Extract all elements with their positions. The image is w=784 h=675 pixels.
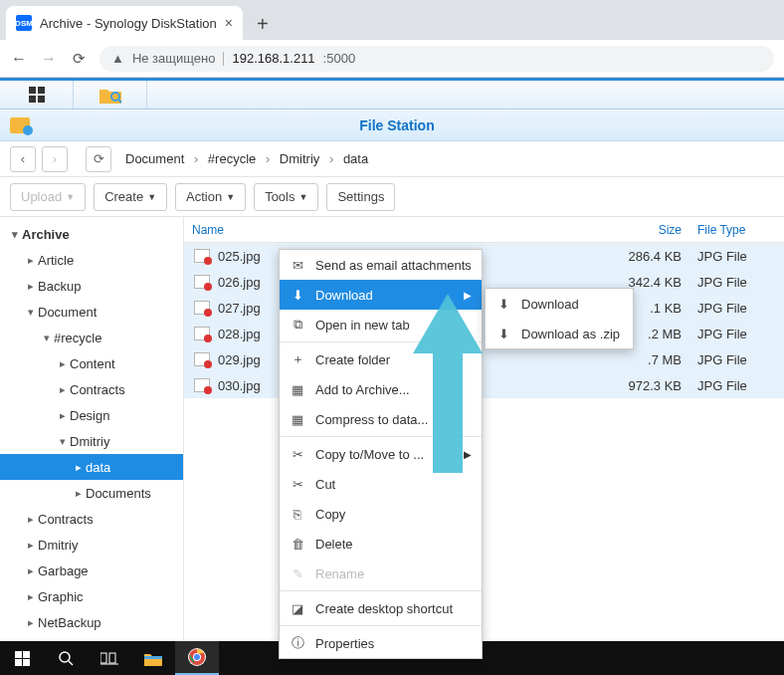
tree-node[interactable]: ▸Contracts (0, 376, 183, 402)
tree-node[interactable]: ▸Article (0, 247, 183, 273)
menu-item-icon: ⬇ (290, 288, 305, 303)
file-type: JPG File (689, 301, 784, 316)
settings-button[interactable]: Settings (326, 183, 395, 211)
crumb-1[interactable]: #recycle (208, 151, 256, 166)
menu-item[interactable]: ⎘Copy (280, 499, 482, 529)
search-icon (58, 650, 74, 666)
tree-node[interactable]: ▸Documents (0, 480, 183, 506)
menu-item-label: Rename (315, 566, 472, 581)
chevron-down-icon[interactable]: ▾ (8, 228, 22, 241)
tree-node[interactable]: ▸Content (0, 350, 183, 376)
browser-toolbar: ← → ⟳ ▲ Не защищено 192.168.1.211:5000 (0, 40, 784, 78)
tree-node[interactable]: ▾Document (0, 299, 183, 325)
menu-item[interactable]: ◪Create desktop shortcut (280, 593, 482, 623)
download-submenu[interactable]: ⬇Download⬇Download as .zip (485, 288, 634, 349)
action-button[interactable]: Action▼ (175, 183, 246, 211)
chevron-right-icon[interactable]: ▸ (24, 616, 38, 629)
col-size[interactable]: Size (600, 223, 689, 237)
tree-node[interactable]: ▾Archive (0, 221, 183, 247)
search-button[interactable] (44, 641, 88, 675)
chevron-down-icon[interactable]: ▾ (56, 435, 70, 448)
tree-node[interactable]: ▸Design (0, 402, 183, 428)
tree-node[interactable]: ▸Backup (0, 273, 183, 299)
tree-node[interactable]: ▸NetBackup (0, 609, 183, 635)
start-button[interactable] (0, 641, 44, 675)
menu-item[interactable]: ＋Create folder (280, 344, 482, 374)
browser-tab[interactable]: DSM Archive - Synology DiskStation × (6, 6, 243, 40)
chevron-right-icon[interactable]: ▸ (24, 590, 38, 603)
menu-item[interactable]: ⧉Open in new tab (280, 310, 482, 339)
tree-node[interactable]: ▸data (0, 454, 183, 480)
file-station-taskbar-button[interactable] (74, 81, 147, 109)
nav-back-button[interactable]: ← (10, 50, 28, 68)
chevron-right-icon[interactable]: ▸ (72, 487, 86, 500)
tree-node[interactable]: ▾Dmitriy (0, 428, 183, 454)
insecure-icon: ▲ (111, 51, 124, 66)
file-list[interactable]: Name Size File Type 025.jpg286.4 KBJPG F… (184, 217, 784, 645)
refresh-button[interactable]: ⟳ (86, 146, 111, 172)
tools-button[interactable]: Tools▼ (254, 183, 318, 211)
file-row[interactable]: 029.jpg.7 MBJPG File (184, 346, 784, 372)
nav-forward-button[interactable]: → (40, 50, 58, 68)
history-forward-button[interactable]: › (42, 146, 68, 172)
tree-node-label: Dmitriy (70, 434, 109, 449)
chrome-taskbar-button[interactable] (175, 641, 219, 675)
address-bar[interactable]: ▲ Не защищено 192.168.1.211:5000 (99, 46, 774, 72)
menu-item[interactable]: ⬇Download▶ (280, 280, 482, 310)
upload-button[interactable]: Upload▼ (10, 183, 86, 211)
menu-item[interactable]: ✂Copy to/Move to ...▶ (280, 439, 482, 469)
new-tab-button[interactable]: + (243, 13, 283, 40)
close-tab-icon[interactable]: × (225, 15, 233, 31)
file-row[interactable]: 030.jpg972.3 KBJPG File (184, 372, 784, 398)
chevron-right-icon[interactable]: ▸ (56, 409, 70, 422)
menu-item[interactable]: ⓘProperties (280, 628, 482, 658)
tree-node-label: Archive (22, 227, 70, 242)
menu-item-icon: ＋ (290, 350, 305, 368)
crumb-3[interactable]: data (343, 151, 368, 166)
submenu-item-label: Download as .zip (521, 327, 623, 341)
chevron-down-icon[interactable]: ▾ (40, 332, 54, 344)
menu-item[interactable]: ✂Cut (280, 469, 482, 499)
tree-node[interactable]: ▸Garbage (0, 558, 183, 583)
context-menu[interactable]: ✉Send as email attachments⬇Download▶⧉Ope… (279, 249, 483, 659)
menu-separator (280, 590, 482, 591)
reload-button[interactable]: ⟳ (70, 50, 88, 68)
tree-node[interactable]: ▾#recycle (0, 325, 183, 350)
crumb-0[interactable]: Document (125, 151, 184, 166)
menu-item[interactable]: ▦Add to Archive... (280, 374, 482, 404)
chevron-down-icon[interactable]: ▾ (24, 306, 38, 319)
menu-item-icon: ⧉ (290, 317, 305, 333)
chevron-right-icon[interactable]: ▸ (24, 564, 38, 577)
url-port: :5000 (323, 51, 356, 66)
tree-node-label: Contracts (70, 382, 125, 397)
file-row[interactable]: 025.jpg286.4 KBJPG File (184, 243, 784, 269)
main-menu-button[interactable] (0, 81, 74, 109)
menu-item[interactable]: 🗑Delete (280, 529, 482, 559)
chevron-right-icon[interactable]: ▸ (72, 461, 86, 474)
menu-separator (280, 436, 482, 437)
menu-item-icon: ⓘ (290, 634, 305, 652)
tree-node[interactable]: ▸Graphic (0, 583, 183, 609)
task-view-button[interactable] (88, 641, 131, 675)
folder-tree[interactable]: ▾Archive▸Article▸Backup▾Document▾#recycl… (0, 217, 184, 645)
menu-item[interactable]: ▦Compress to data... (280, 404, 482, 434)
chevron-right-icon[interactable]: ▸ (24, 280, 38, 293)
window-titlebar[interactable]: File Station (0, 110, 784, 141)
chevron-right-icon[interactable]: ▸ (24, 513, 38, 526)
create-button[interactable]: Create▼ (94, 183, 167, 211)
col-type[interactable]: File Type (689, 223, 784, 237)
chevron-right-icon[interactable]: ▸ (24, 539, 38, 552)
col-name[interactable]: Name (184, 223, 600, 237)
menu-item[interactable]: ✉Send as email attachments (280, 250, 482, 280)
chevron-right-icon[interactable]: ▸ (56, 357, 70, 370)
chevron-right-icon[interactable]: ▸ (56, 383, 70, 396)
submenu-item[interactable]: ⬇Download as .zip (486, 319, 633, 348)
submenu-item[interactable]: ⬇Download (486, 289, 633, 319)
menu-item-label: Add to Archive... (315, 382, 472, 397)
tree-node[interactable]: ▸Dmitriy (0, 532, 183, 558)
history-back-button[interactable]: ‹ (10, 146, 36, 172)
chevron-right-icon[interactable]: ▸ (24, 254, 38, 267)
crumb-2[interactable]: Dmitriy (280, 151, 319, 166)
tree-node[interactable]: ▸Contracts (0, 506, 183, 532)
explorer-taskbar-button[interactable] (131, 641, 175, 675)
